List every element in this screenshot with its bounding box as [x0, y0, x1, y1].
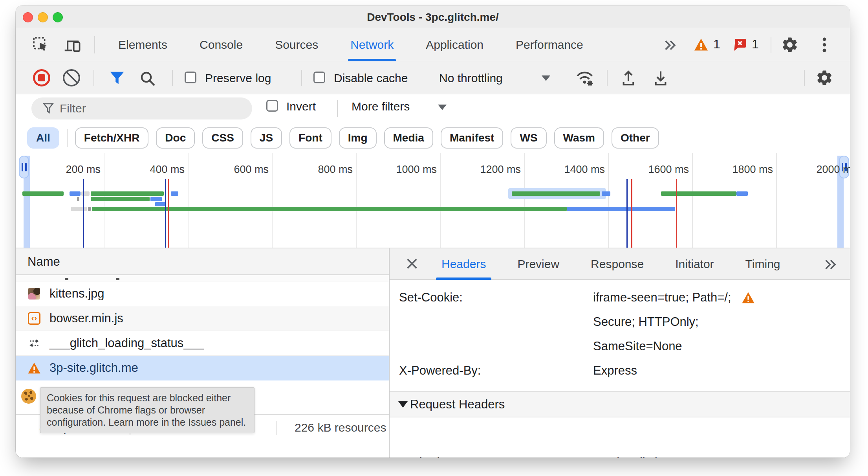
chip-all[interactable]: All [27, 127, 59, 149]
export-har-icon[interactable] [652, 69, 669, 86]
invert-label: Invert [286, 100, 316, 113]
more-filters-caret-icon[interactable] [438, 105, 447, 110]
more-tabs-icon[interactable] [663, 39, 678, 52]
chips-divider [67, 129, 68, 147]
request-name: bowser.min.js [49, 311, 123, 325]
inspect-element-icon[interactable] [32, 36, 49, 53]
request-headers-section[interactable]: Request Headers [390, 391, 850, 417]
error-count: 1 [752, 37, 759, 51]
issues-warning-badge[interactable]: 1 [694, 37, 720, 51]
chip-font[interactable]: Font [289, 127, 331, 149]
header-value-line: Express [593, 358, 850, 383]
details-tab-response[interactable]: Response [585, 248, 649, 280]
console-error-badge[interactable]: 1 [733, 37, 759, 51]
toolbar-divider [301, 70, 302, 86]
header-value-line: Secure; HTTPOnly; [593, 310, 850, 334]
request-name: kittens.jpg [49, 287, 104, 301]
clear-network-log-icon[interactable] [63, 69, 80, 86]
chip-manifest[interactable]: Manifest [441, 127, 504, 149]
header-value: 3p-site.glitch.me [593, 450, 682, 458]
waterfall-bar-darkgrey [88, 207, 90, 211]
tab-application[interactable]: Application [423, 28, 486, 61]
toolbar-divider [607, 70, 608, 86]
network-settings-gear-icon[interactable] [815, 69, 833, 87]
devtools-tab-bar: ElementsConsoleSourcesNetworkApplication… [16, 28, 850, 61]
timeline-tick-label: 1800 ms [706, 164, 773, 176]
chip-js[interactable]: JS [251, 127, 282, 149]
tab-console[interactable]: Console [197, 28, 245, 61]
chip-media[interactable]: Media [384, 127, 433, 149]
timeline-gridline [776, 153, 777, 248]
filter-placeholder: Filter [60, 102, 86, 115]
title-bar: DevTools - 3pc.glitch.me/ [16, 6, 850, 28]
disable-cache-label: Disable cache [334, 72, 408, 85]
load-event-marker [168, 179, 169, 248]
overview-left-handle[interactable] [19, 156, 29, 178]
header-value-line: iframe-seen=true; Path=/; [593, 285, 850, 310]
summary-divider [277, 421, 277, 435]
request-row-bowser-min-js[interactable]: ‹›bowser.min.js [16, 306, 389, 331]
record-network-log-button[interactable] [33, 69, 50, 86]
tab-performance[interactable]: Performance [513, 28, 586, 61]
waterfall-bar-darkgrey [77, 197, 79, 201]
request-row-kittens-jpg[interactable]: kittens.jpg [16, 281, 389, 306]
requests-main: Name kittens.jpg‹›bowser.min.js___glitch… [16, 248, 850, 458]
timeline-tick-label: 1400 ms [538, 164, 605, 176]
chip-other[interactable]: Other [612, 127, 659, 149]
tab-elements[interactable]: Elements [116, 28, 170, 61]
window-title: DevTools - 3pc.glitch.me/ [16, 11, 850, 24]
chip-ws[interactable]: WS [511, 127, 546, 149]
chip-css[interactable]: CSS [202, 127, 243, 149]
waterfall-bar-green [91, 191, 164, 196]
preserve-log-checkbox[interactable] [185, 72, 196, 83]
toolbar-divider [93, 70, 94, 86]
toolbar-divider [804, 70, 805, 86]
panel-tabs: ElementsConsoleSourcesNetworkApplication… [116, 28, 586, 61]
request-name: 3p-site.glitch.me [49, 361, 138, 375]
import-har-icon[interactable] [620, 69, 637, 86]
kebab-menu-icon[interactable] [822, 37, 827, 53]
waterfall-bar-blue [736, 191, 748, 196]
details-tab-preview[interactable]: Preview [512, 248, 565, 280]
chip-img[interactable]: Img [339, 127, 377, 149]
tab-sources[interactable]: Sources [273, 28, 320, 61]
filter-input[interactable]: Filter [31, 97, 252, 119]
header-row-set-cookie: Set-Cookie:iframe-seen=true; Path=/;Secu… [390, 285, 850, 358]
filter-toggle-icon[interactable] [109, 71, 125, 86]
details-tab-timing[interactable]: Timing [740, 248, 786, 280]
waterfall-bar-blue [602, 191, 610, 196]
preserve-log-label: Preserve log [205, 72, 271, 85]
timeline-tick-label: 2000 ms [790, 164, 850, 176]
network-conditions-icon[interactable] [575, 69, 595, 87]
warning-icon [694, 38, 709, 51]
more-detail-tabs-icon[interactable] [823, 258, 838, 271]
device-toolbar-icon[interactable] [64, 36, 82, 53]
header-value-line: SameSite=None [593, 334, 850, 358]
error-icon [733, 38, 747, 51]
settings-gear-icon[interactable] [781, 36, 799, 54]
timeline-gridline [608, 153, 609, 248]
request-row-3p-site-glitch-me[interactable]: 3p-site.glitch.me [16, 356, 389, 380]
invert-checkbox[interactable] [266, 100, 278, 112]
throttling-select[interactable]: No throttling [439, 72, 503, 85]
chip-fetch-xhr[interactable]: Fetch/XHR [75, 127, 149, 149]
details-tab-initiator[interactable]: Initiator [670, 248, 719, 280]
close-details-icon[interactable] [405, 257, 419, 270]
request-row-glitch-loading-status[interactable]: ___glitch_loading_status___ [16, 331, 389, 356]
chip-doc[interactable]: Doc [156, 127, 195, 149]
disable-cache-checkbox[interactable] [313, 72, 325, 83]
timeline-tick-label: 1000 ms [370, 164, 437, 176]
requests-panel: Name kittens.jpg‹›bowser.min.js___glitch… [16, 248, 389, 458]
chip-wasm[interactable]: Wasm [554, 127, 604, 149]
throttling-caret-icon[interactable] [542, 75, 550, 81]
details-tab-headers[interactable]: Headers [436, 248, 491, 280]
waterfall-bar-green [512, 191, 600, 196]
search-icon[interactable] [139, 70, 156, 87]
name-column-header[interactable]: Name [16, 248, 389, 275]
header-row-x-powered-by: X-Powered-By:Express [390, 358, 850, 383]
request-name: ___glitch_loading_status___ [49, 336, 204, 350]
partial-request-row[interactable] [16, 275, 389, 281]
tab-network[interactable]: Network [348, 28, 396, 61]
timeline-gridline [524, 153, 525, 248]
more-filters-button[interactable]: More filters [352, 100, 410, 113]
